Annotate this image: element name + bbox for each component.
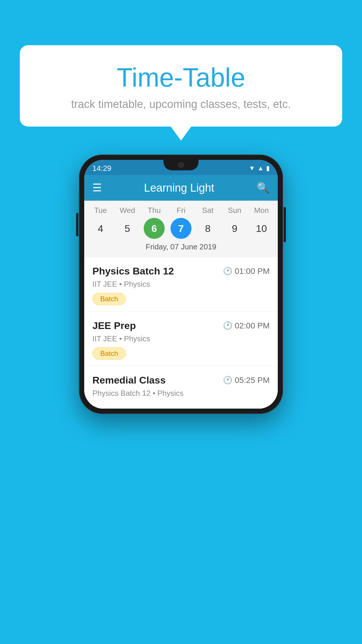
schedule-item-3-subtitle: Physics Batch 12 • Physics — [92, 389, 270, 398]
schedule-item-2-time: 🕐 02:00 PM — [223, 321, 270, 330]
hamburger-icon[interactable]: ☰ — [92, 182, 102, 194]
clock-icon-3: 🕐 — [223, 376, 232, 385]
battery-icon: ▮ — [266, 164, 270, 172]
app-title: Learning Light — [110, 182, 248, 194]
signal-icon: ▲ — [257, 164, 264, 172]
schedule-item-2[interactable]: JEE Prep 🕐 02:00 PM IIT JEE • Physics Ba… — [84, 312, 278, 366]
schedule-item-3[interactable]: Remedial Class 🕐 05:25 PM Physics Batch … — [84, 366, 278, 409]
wifi-icon: ▼ — [249, 164, 255, 172]
schedule-item-3-title: Remedial Class — [92, 374, 166, 386]
day-header-sun: Sun — [224, 206, 245, 215]
bubble-subtitle: track timetable, upcoming classes, tests… — [37, 98, 325, 111]
day-header-wed: Wed — [117, 206, 138, 215]
day-headers: Tue Wed Thu Fri Sat Sun Mon — [84, 206, 278, 215]
day-10[interactable]: 10 — [251, 218, 272, 239]
day-8[interactable]: 8 — [197, 218, 218, 239]
day-6-today[interactable]: 6 — [144, 218, 165, 239]
app-bar: ☰ Learning Light 🔍 — [84, 175, 278, 201]
schedule-item-2-subtitle: IIT JEE • Physics — [92, 334, 270, 343]
schedule-item-1-header: Physics Batch 12 🕐 01:00 PM — [92, 265, 270, 277]
bubble-title: Time-Table — [37, 63, 325, 93]
status-time: 14:29 — [92, 164, 111, 173]
search-icon[interactable]: 🔍 — [256, 182, 270, 194]
day-header-thu: Thu — [144, 206, 165, 215]
speech-bubble: Time-Table track timetable, upcoming cla… — [20, 45, 342, 127]
schedule-item-3-time: 🕐 05:25 PM — [223, 376, 270, 385]
batch-tag-2: Batch — [92, 347, 126, 360]
selected-date-label: Friday, 07 June 2019 — [84, 242, 278, 255]
schedule-item-2-title: JEE Prep — [92, 320, 136, 331]
calendar-strip[interactable]: Tue Wed Thu Fri Sat Sun Mon 4 5 6 7 8 9 … — [84, 201, 278, 257]
clock-icon-1: 🕐 — [223, 267, 232, 276]
phone-camera — [178, 162, 184, 168]
phone-button-left — [76, 213, 78, 236]
day-5[interactable]: 5 — [117, 218, 138, 239]
phone-button-right — [284, 207, 286, 242]
day-7-selected[interactable]: 7 — [171, 218, 191, 239]
phone-mockup: 14:29 ▼ ▲ ▮ ☰ Learning Light 🔍 Tue Wed T… — [79, 155, 283, 414]
day-header-fri: Fri — [171, 206, 191, 215]
day-header-mon: Mon — [251, 206, 272, 215]
schedule-item-1-subtitle: IIT JEE • Physics — [92, 280, 270, 289]
schedule-list: Physics Batch 12 🕐 01:00 PM IIT JEE • Ph… — [84, 257, 278, 409]
schedule-item-1[interactable]: Physics Batch 12 🕐 01:00 PM IIT JEE • Ph… — [84, 257, 278, 312]
batch-tag-1: Batch — [92, 293, 126, 305]
day-4[interactable]: 4 — [90, 218, 111, 239]
day-9[interactable]: 9 — [224, 218, 245, 239]
clock-icon-2: 🕐 — [223, 321, 232, 330]
phone-notch — [164, 160, 198, 170]
speech-bubble-container: Time-Table track timetable, upcoming cla… — [20, 45, 342, 127]
status-icons: ▼ ▲ ▮ — [249, 164, 270, 172]
phone-outer: 14:29 ▼ ▲ ▮ ☰ Learning Light 🔍 Tue Wed T… — [79, 155, 283, 414]
schedule-item-3-header: Remedial Class 🕐 05:25 PM — [92, 374, 270, 386]
day-header-sat: Sat — [197, 206, 218, 215]
day-numbers: 4 5 6 7 8 9 10 — [84, 218, 278, 239]
day-header-tue: Tue — [90, 206, 111, 215]
schedule-item-2-header: JEE Prep 🕐 02:00 PM — [92, 320, 270, 331]
phone-screen: 14:29 ▼ ▲ ▮ ☰ Learning Light 🔍 Tue Wed T… — [84, 160, 278, 409]
schedule-item-1-title: Physics Batch 12 — [92, 265, 174, 277]
schedule-item-1-time: 🕐 01:00 PM — [223, 267, 270, 276]
